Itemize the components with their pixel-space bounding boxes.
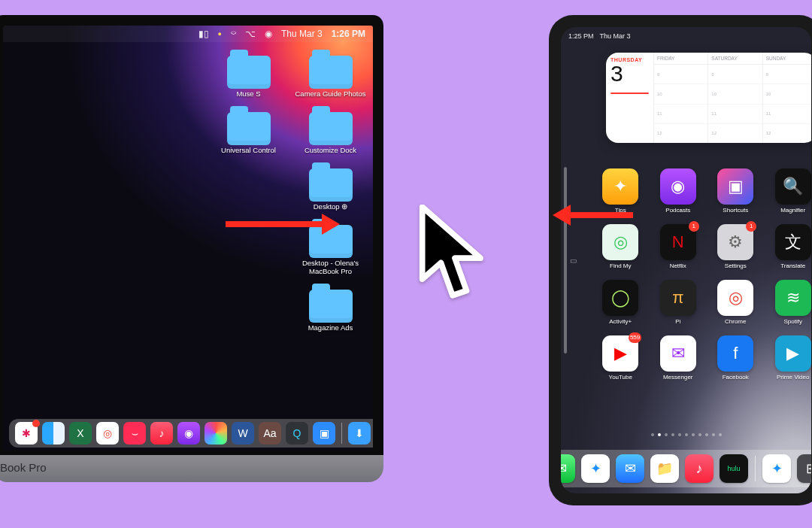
battery-icon[interactable]: ▮▯: [198, 29, 209, 39]
app-glyph: ◎: [729, 288, 743, 308]
app-icon: ◯: [602, 280, 638, 316]
app-youtube[interactable]: ▶559YouTube: [594, 335, 647, 381]
desktop-folder[interactable]: Desktop ⊕: [292, 168, 368, 211]
menubar-date[interactable]: Thu Mar 3: [281, 29, 323, 39]
dock-app-messages[interactable]: ✉: [561, 454, 575, 483]
dock-app-mail[interactable]: ✉: [616, 454, 644, 483]
app-magnifier[interactable]: 🔍Magnifier: [767, 168, 812, 214]
dock-app-quicktime[interactable]: Q: [286, 422, 308, 445]
dock-app-excel[interactable]: X: [69, 422, 92, 445]
app-tips[interactable]: ✦Tips: [594, 168, 647, 214]
calendar-widget[interactable]: THURSDAY 3 FRIDAY9101112SATURDAY9101112S…: [606, 53, 811, 143]
macbook-desktop[interactable]: ▮▯ ● ⌔ ⌥ ◉ Thu Mar 3 1:26 PM Muse SCamer…: [3, 26, 373, 451]
dock-app-safari-recent[interactable]: ✦: [762, 454, 791, 483]
page-dot[interactable]: [658, 433, 661, 436]
dock-app-podcasts[interactable]: ◉: [177, 422, 200, 445]
page-dot[interactable]: [698, 433, 701, 436]
app-chrome[interactable]: ◎Chrome: [709, 280, 762, 325]
app-glyph: 🔍: [783, 177, 803, 196]
app-icon: ▣: [717, 168, 753, 205]
calendar-hour-row: 12: [708, 124, 762, 143]
dock-app-word[interactable]: W: [232, 422, 254, 445]
app-icon: ⚙1: [717, 224, 753, 260]
app-glyph: ◎: [614, 232, 628, 252]
dock-app-dictionary[interactable]: Aa: [259, 422, 281, 445]
cursor-annotation: [417, 205, 492, 305]
app-glyph: ◯: [611, 288, 630, 308]
mac-menubar[interactable]: ▮▯ ● ⌔ ⌥ ◉ Thu Mar 3 1:26 PM: [3, 26, 373, 42]
app-glyph: ✉: [561, 460, 567, 477]
universal-control-edge-bar[interactable]: ▭: [564, 167, 567, 354]
menubar-time[interactable]: 1:26 PM: [332, 29, 365, 39]
app-facebook[interactable]: fFacebook: [709, 335, 762, 381]
page-dot[interactable]: [671, 433, 674, 436]
desktop-folder[interactable]: Muse S: [211, 56, 286, 99]
dock-app-music[interactable]: ♪: [150, 422, 173, 445]
ipad-dock-wrap: ✉✦✉📁♪hulu✦⊞: [561, 450, 811, 487]
app-glyph: 📁: [656, 460, 673, 477]
page-dot[interactable]: [705, 433, 708, 436]
app-spotify[interactable]: ≋Spotify: [767, 280, 812, 325]
desktop-folder[interactable]: Magazine Ads: [292, 290, 368, 332]
dock-separator: [755, 456, 756, 481]
app-glyph: ✉: [625, 460, 636, 477]
app-glyph: ▣: [320, 427, 329, 439]
page-dot[interactable]: [665, 433, 668, 436]
desktop-folder[interactable]: Camera Guide Photos: [292, 56, 368, 99]
calendar-week-grid: FRIDAY9101112SATURDAY9101112SUNDAY910111…: [654, 53, 811, 143]
dock-app-app-library[interactable]: ⊞: [797, 454, 811, 483]
app-glyph: ◎: [103, 427, 112, 439]
app-find-my[interactable]: ◎Find My: [594, 224, 647, 269]
dock-app-hulu[interactable]: hulu: [720, 454, 748, 483]
folder-icon: [227, 112, 271, 145]
app-messenger[interactable]: ✉Messenger: [652, 335, 705, 381]
siri-icon[interactable]: ◉: [265, 29, 272, 39]
dock-app-zoom[interactable]: ▣: [313, 422, 335, 445]
dock-app-rainbow[interactable]: [205, 422, 227, 445]
app-shortcuts[interactable]: ▣Shortcuts: [709, 168, 762, 214]
mic-indicator: ●: [218, 30, 222, 38]
page-dot[interactable]: [685, 433, 688, 436]
app-activity-[interactable]: ◯Activity+: [594, 280, 647, 325]
folder-label: Customize Dock: [304, 147, 356, 155]
dock-app-safari[interactable]: ✦: [581, 454, 610, 483]
page-dot[interactable]: [651, 433, 654, 436]
desktop-folder[interactable]: Universal Control: [211, 112, 286, 155]
calendar-hour-row: 9: [763, 65, 811, 84]
control-center-icon[interactable]: ⌥: [245, 29, 256, 39]
calendar-hour-row: 12: [654, 124, 707, 143]
dock-app-slack[interactable]: ✱: [15, 422, 38, 445]
dock-app-downloads[interactable]: ⬇: [348, 422, 371, 445]
folder-icon: [309, 290, 353, 323]
wifi-icon[interactable]: ⌔: [231, 29, 236, 39]
app-glyph: ✦: [590, 460, 601, 477]
ipad-dock[interactable]: ✉✦✉📁♪hulu✦⊞: [561, 450, 811, 487]
desktop-folder-grid: Muse SCamera Guide PhotosUniversal Contr…: [211, 56, 368, 332]
app-translate[interactable]: 文Translate: [767, 224, 812, 269]
app-icon: ▶: [775, 335, 811, 372]
desktop-folder[interactable]: Customize Dock: [292, 112, 368, 155]
app-icon: ▶559: [602, 335, 638, 372]
dock-app-chrome[interactable]: ◎: [96, 422, 119, 445]
dock-app-finder[interactable]: [42, 422, 65, 445]
app-glyph: ▣: [728, 177, 744, 196]
page-dot[interactable]: [692, 433, 695, 436]
page-indicator[interactable]: [561, 433, 811, 436]
app-netflix[interactable]: N1Netflix: [652, 224, 705, 269]
calendar-hour-row: 10: [654, 84, 707, 104]
app-pi[interactable]: πPi: [652, 280, 705, 325]
page-dot[interactable]: [719, 433, 722, 436]
app-label: Chrome: [725, 318, 746, 325]
ipad-home-screen[interactable]: 1:25 PM Thu Mar 3 ▭ THURSDAY 3 FRIDAY910…: [561, 27, 811, 493]
dock-app-files[interactable]: 📁: [650, 454, 679, 483]
dock-app-lips[interactable]: ⌣: [123, 422, 146, 445]
app-podcasts[interactable]: ◉Podcasts: [652, 168, 705, 214]
app-prime-video[interactable]: ▶Prime Video: [767, 335, 812, 381]
macbook-chin: Book Pro: [0, 455, 383, 482]
dock-app-music[interactable]: ♪: [685, 454, 714, 483]
page-dot[interactable]: [712, 433, 715, 436]
app-glyph: π: [672, 288, 683, 308]
mac-dock[interactable]: ✱X◎⌣♪◉WAaQ▣⬇≣≣🗑: [9, 419, 373, 448]
app-settings[interactable]: ⚙1Settings: [709, 224, 762, 269]
page-dot[interactable]: [678, 433, 681, 436]
